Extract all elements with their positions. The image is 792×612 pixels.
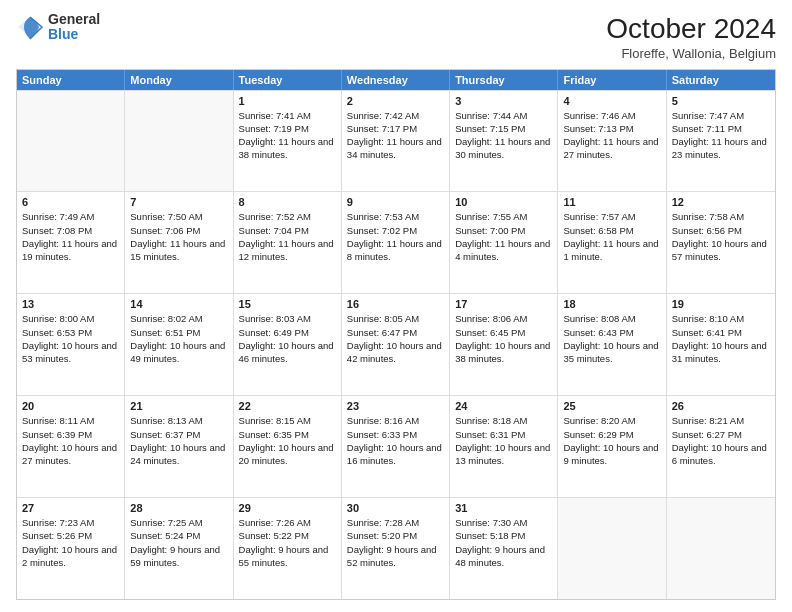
calendar-cell: 7Sunrise: 7:50 AMSunset: 7:06 PMDaylight… bbox=[125, 192, 233, 293]
calendar-cell: 30Sunrise: 7:28 AMSunset: 5:20 PMDayligh… bbox=[342, 498, 450, 599]
subtitle: Floreffe, Wallonia, Belgium bbox=[606, 46, 776, 61]
calendar-row-4: 20Sunrise: 8:11 AMSunset: 6:39 PMDayligh… bbox=[17, 395, 775, 497]
day-info: Sunrise: 7:57 AMSunset: 6:58 PMDaylight:… bbox=[563, 210, 660, 263]
calendar-cell: 11Sunrise: 7:57 AMSunset: 6:58 PMDayligh… bbox=[558, 192, 666, 293]
day-number: 16 bbox=[347, 298, 444, 310]
calendar-cell: 21Sunrise: 8:13 AMSunset: 6:37 PMDayligh… bbox=[125, 396, 233, 497]
calendar-cell: 25Sunrise: 8:20 AMSunset: 6:29 PMDayligh… bbox=[558, 396, 666, 497]
calendar-cell: 31Sunrise: 7:30 AMSunset: 5:18 PMDayligh… bbox=[450, 498, 558, 599]
header-day-friday: Friday bbox=[558, 70, 666, 90]
day-number: 5 bbox=[672, 95, 770, 107]
calendar-cell: 18Sunrise: 8:08 AMSunset: 6:43 PMDayligh… bbox=[558, 294, 666, 395]
day-info: Sunrise: 7:47 AMSunset: 7:11 PMDaylight:… bbox=[672, 109, 770, 162]
calendar-cell: 29Sunrise: 7:26 AMSunset: 5:22 PMDayligh… bbox=[234, 498, 342, 599]
calendar-body: 1Sunrise: 7:41 AMSunset: 7:19 PMDaylight… bbox=[17, 90, 775, 599]
day-info: Sunrise: 7:52 AMSunset: 7:04 PMDaylight:… bbox=[239, 210, 336, 263]
logo-general-text: General bbox=[48, 12, 100, 27]
calendar-cell: 14Sunrise: 8:02 AMSunset: 6:51 PMDayligh… bbox=[125, 294, 233, 395]
day-number: 29 bbox=[239, 502, 336, 514]
day-number: 7 bbox=[130, 196, 227, 208]
day-number: 2 bbox=[347, 95, 444, 107]
calendar: SundayMondayTuesdayWednesdayThursdayFrid… bbox=[16, 69, 776, 600]
day-number: 31 bbox=[455, 502, 552, 514]
header-day-sunday: Sunday bbox=[17, 70, 125, 90]
day-number: 22 bbox=[239, 400, 336, 412]
day-number: 19 bbox=[672, 298, 770, 310]
main-title: October 2024 bbox=[606, 12, 776, 46]
day-info: Sunrise: 7:28 AMSunset: 5:20 PMDaylight:… bbox=[347, 516, 444, 569]
calendar-cell: 10Sunrise: 7:55 AMSunset: 7:00 PMDayligh… bbox=[450, 192, 558, 293]
logo-blue-text: Blue bbox=[48, 27, 100, 42]
header-day-thursday: Thursday bbox=[450, 70, 558, 90]
day-number: 26 bbox=[672, 400, 770, 412]
calendar-cell: 16Sunrise: 8:05 AMSunset: 6:47 PMDayligh… bbox=[342, 294, 450, 395]
calendar-cell: 12Sunrise: 7:58 AMSunset: 6:56 PMDayligh… bbox=[667, 192, 775, 293]
day-info: Sunrise: 8:11 AMSunset: 6:39 PMDaylight:… bbox=[22, 414, 119, 467]
day-info: Sunrise: 7:23 AMSunset: 5:26 PMDaylight:… bbox=[22, 516, 119, 569]
calendar-cell: 13Sunrise: 8:00 AMSunset: 6:53 PMDayligh… bbox=[17, 294, 125, 395]
header-day-saturday: Saturday bbox=[667, 70, 775, 90]
calendar-cell: 22Sunrise: 8:15 AMSunset: 6:35 PMDayligh… bbox=[234, 396, 342, 497]
day-number: 14 bbox=[130, 298, 227, 310]
day-info: Sunrise: 8:06 AMSunset: 6:45 PMDaylight:… bbox=[455, 312, 552, 365]
calendar-cell bbox=[667, 498, 775, 599]
calendar-cell: 8Sunrise: 7:52 AMSunset: 7:04 PMDaylight… bbox=[234, 192, 342, 293]
day-number: 17 bbox=[455, 298, 552, 310]
day-number: 24 bbox=[455, 400, 552, 412]
logo: General Blue bbox=[16, 12, 100, 43]
logo-text: General Blue bbox=[48, 12, 100, 43]
calendar-cell bbox=[17, 91, 125, 192]
day-info: Sunrise: 8:02 AMSunset: 6:51 PMDaylight:… bbox=[130, 312, 227, 365]
day-info: Sunrise: 8:16 AMSunset: 6:33 PMDaylight:… bbox=[347, 414, 444, 467]
day-info: Sunrise: 7:53 AMSunset: 7:02 PMDaylight:… bbox=[347, 210, 444, 263]
calendar-cell: 15Sunrise: 8:03 AMSunset: 6:49 PMDayligh… bbox=[234, 294, 342, 395]
calendar-cell: 28Sunrise: 7:25 AMSunset: 5:24 PMDayligh… bbox=[125, 498, 233, 599]
calendar-row-3: 13Sunrise: 8:00 AMSunset: 6:53 PMDayligh… bbox=[17, 293, 775, 395]
day-info: Sunrise: 8:10 AMSunset: 6:41 PMDaylight:… bbox=[672, 312, 770, 365]
calendar-row-2: 6Sunrise: 7:49 AMSunset: 7:08 PMDaylight… bbox=[17, 191, 775, 293]
logo-icon bbox=[16, 13, 44, 41]
calendar-cell: 6Sunrise: 7:49 AMSunset: 7:08 PMDaylight… bbox=[17, 192, 125, 293]
calendar-cell: 1Sunrise: 7:41 AMSunset: 7:19 PMDaylight… bbox=[234, 91, 342, 192]
day-number: 20 bbox=[22, 400, 119, 412]
day-info: Sunrise: 7:30 AMSunset: 5:18 PMDaylight:… bbox=[455, 516, 552, 569]
day-number: 25 bbox=[563, 400, 660, 412]
day-info: Sunrise: 7:42 AMSunset: 7:17 PMDaylight:… bbox=[347, 109, 444, 162]
header: General Blue October 2024 Floreffe, Wall… bbox=[16, 12, 776, 61]
day-info: Sunrise: 7:55 AMSunset: 7:00 PMDaylight:… bbox=[455, 210, 552, 263]
calendar-cell: 3Sunrise: 7:44 AMSunset: 7:15 PMDaylight… bbox=[450, 91, 558, 192]
calendar-cell bbox=[558, 498, 666, 599]
calendar-cell: 5Sunrise: 7:47 AMSunset: 7:11 PMDaylight… bbox=[667, 91, 775, 192]
calendar-cell: 17Sunrise: 8:06 AMSunset: 6:45 PMDayligh… bbox=[450, 294, 558, 395]
day-info: Sunrise: 8:21 AMSunset: 6:27 PMDaylight:… bbox=[672, 414, 770, 467]
calendar-row-1: 1Sunrise: 7:41 AMSunset: 7:19 PMDaylight… bbox=[17, 90, 775, 192]
header-day-tuesday: Tuesday bbox=[234, 70, 342, 90]
day-number: 4 bbox=[563, 95, 660, 107]
calendar-cell: 20Sunrise: 8:11 AMSunset: 6:39 PMDayligh… bbox=[17, 396, 125, 497]
calendar-header: SundayMondayTuesdayWednesdayThursdayFrid… bbox=[17, 70, 775, 90]
calendar-cell: 9Sunrise: 7:53 AMSunset: 7:02 PMDaylight… bbox=[342, 192, 450, 293]
day-info: Sunrise: 8:05 AMSunset: 6:47 PMDaylight:… bbox=[347, 312, 444, 365]
header-day-monday: Monday bbox=[125, 70, 233, 90]
day-number: 10 bbox=[455, 196, 552, 208]
calendar-cell: 27Sunrise: 7:23 AMSunset: 5:26 PMDayligh… bbox=[17, 498, 125, 599]
day-number: 30 bbox=[347, 502, 444, 514]
day-info: Sunrise: 7:41 AMSunset: 7:19 PMDaylight:… bbox=[239, 109, 336, 162]
calendar-cell: 4Sunrise: 7:46 AMSunset: 7:13 PMDaylight… bbox=[558, 91, 666, 192]
calendar-cell: 24Sunrise: 8:18 AMSunset: 6:31 PMDayligh… bbox=[450, 396, 558, 497]
day-info: Sunrise: 8:18 AMSunset: 6:31 PMDaylight:… bbox=[455, 414, 552, 467]
day-info: Sunrise: 8:08 AMSunset: 6:43 PMDaylight:… bbox=[563, 312, 660, 365]
title-block: October 2024 Floreffe, Wallonia, Belgium bbox=[606, 12, 776, 61]
day-number: 28 bbox=[130, 502, 227, 514]
day-number: 11 bbox=[563, 196, 660, 208]
calendar-cell bbox=[125, 91, 233, 192]
day-number: 6 bbox=[22, 196, 119, 208]
day-number: 12 bbox=[672, 196, 770, 208]
day-info: Sunrise: 7:25 AMSunset: 5:24 PMDaylight:… bbox=[130, 516, 227, 569]
day-info: Sunrise: 7:44 AMSunset: 7:15 PMDaylight:… bbox=[455, 109, 552, 162]
day-info: Sunrise: 7:26 AMSunset: 5:22 PMDaylight:… bbox=[239, 516, 336, 569]
day-number: 18 bbox=[563, 298, 660, 310]
day-number: 23 bbox=[347, 400, 444, 412]
day-info: Sunrise: 7:49 AMSunset: 7:08 PMDaylight:… bbox=[22, 210, 119, 263]
calendar-cell: 26Sunrise: 8:21 AMSunset: 6:27 PMDayligh… bbox=[667, 396, 775, 497]
